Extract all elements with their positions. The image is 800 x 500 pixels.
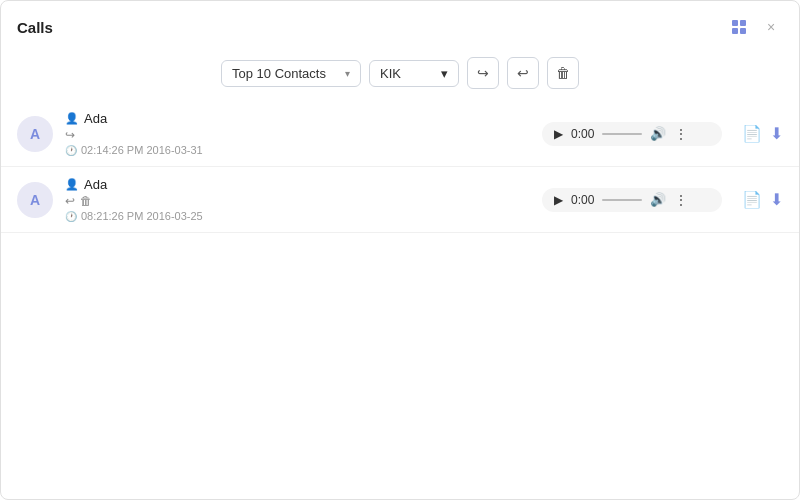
document-button[interactable]: 📄	[742, 190, 762, 209]
contacts-filter-label: Top 10 Contacts	[232, 66, 326, 81]
grid-icon	[732, 20, 746, 34]
contact-name: 👤 Ada	[65, 111, 530, 126]
table-row: A 👤 Ada ↪ 🕐 02:14:26 PM 2016-03-31 ▶ 0:0…	[1, 101, 799, 167]
trash-icon: 🗑	[80, 194, 92, 208]
app-header: Calls ×	[1, 1, 799, 49]
call-timestamp: 🕐 02:14:26 PM 2016-03-31	[65, 144, 530, 156]
delete-button[interactable]: 🗑	[547, 57, 579, 89]
audio-player: ▶ 0:00 🔊 ⋮	[542, 122, 722, 146]
outgoing-call-icon: ↪	[65, 128, 75, 142]
contact-name: 👤 Ada	[65, 177, 530, 192]
chevron-down-icon: ▾	[441, 66, 448, 81]
trash-icon: 🗑	[556, 65, 570, 81]
page-title: Calls	[17, 19, 53, 36]
toolbar: Top 10 Contacts ▾ KIK ▾ ↪ ↩ 🗑	[1, 49, 799, 101]
call-info: 👤 Ada ↪ 🕐 02:14:26 PM 2016-03-31	[65, 111, 530, 156]
audio-time: 0:00	[571, 193, 594, 207]
volume-button[interactable]: 🔊	[650, 126, 666, 141]
app-filter-dropdown[interactable]: KIK ▾	[369, 60, 459, 87]
table-row: A 👤 Ada ↩ 🗑 🕐 08:21:26 PM 2016-03-25 ▶ 0…	[1, 167, 799, 233]
call-list: A 👤 Ada ↪ 🕐 02:14:26 PM 2016-03-31 ▶ 0:0…	[1, 101, 799, 233]
call-meta: ↩ 🗑	[65, 194, 530, 208]
user-icon: 👤	[65, 112, 79, 125]
document-button[interactable]: 📄	[742, 124, 762, 143]
more-options-button[interactable]: ⋮	[674, 126, 688, 142]
action-icons: 📄 ⬇	[742, 190, 783, 209]
chevron-down-icon: ▾	[345, 68, 350, 79]
download-button[interactable]: ⬇	[770, 124, 783, 143]
play-button[interactable]: ▶	[554, 127, 563, 141]
avatar: A	[17, 182, 53, 218]
action-icons: 📄 ⬇	[742, 124, 783, 143]
app-filter-label: KIK	[380, 66, 401, 81]
header-actions: ×	[727, 15, 783, 39]
audio-player: ▶ 0:00 🔊 ⋮	[542, 188, 722, 212]
audio-time: 0:00	[571, 127, 594, 141]
audio-progress-bar[interactable]	[602, 199, 642, 201]
call-info: 👤 Ada ↩ 🗑 🕐 08:21:26 PM 2016-03-25	[65, 177, 530, 222]
forward-button[interactable]: ↪	[467, 57, 499, 89]
volume-button[interactable]: 🔊	[650, 192, 666, 207]
contacts-filter-dropdown[interactable]: Top 10 Contacts ▾	[221, 60, 361, 87]
play-button[interactable]: ▶	[554, 193, 563, 207]
call-timestamp: 🕐 08:21:26 PM 2016-03-25	[65, 210, 530, 222]
forward-icon: ↪	[477, 65, 489, 81]
more-options-button[interactable]: ⋮	[674, 192, 688, 208]
clock-icon: 🕐	[65, 145, 77, 156]
reply-icon: ↩	[517, 65, 529, 81]
avatar: A	[17, 116, 53, 152]
close-button[interactable]: ×	[759, 15, 783, 39]
close-icon: ×	[767, 19, 775, 35]
reply-button[interactable]: ↩	[507, 57, 539, 89]
grid-view-button[interactable]	[727, 15, 751, 39]
clock-icon: 🕐	[65, 211, 77, 222]
call-meta: ↪	[65, 128, 530, 142]
download-button[interactable]: ⬇	[770, 190, 783, 209]
missed-call-icon: ↩	[65, 194, 75, 208]
audio-progress-bar[interactable]	[602, 133, 642, 135]
user-icon: 👤	[65, 178, 79, 191]
